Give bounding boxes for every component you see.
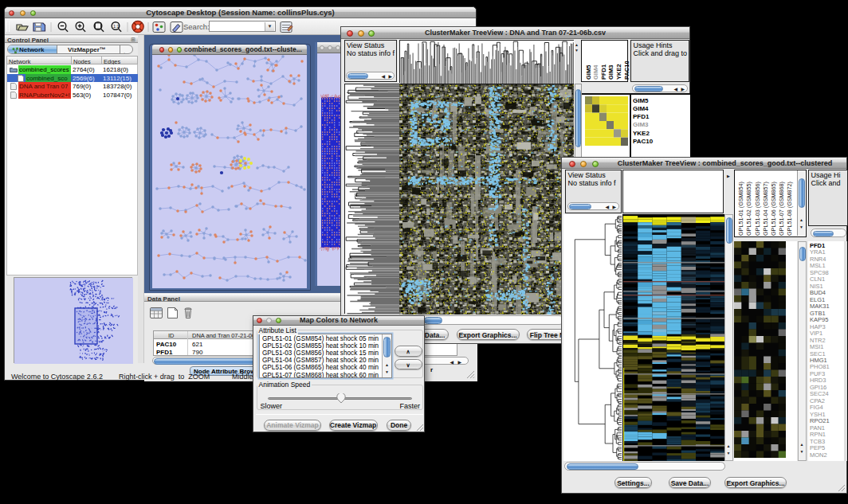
svg-text:1:1: 1:1: [113, 24, 120, 29]
